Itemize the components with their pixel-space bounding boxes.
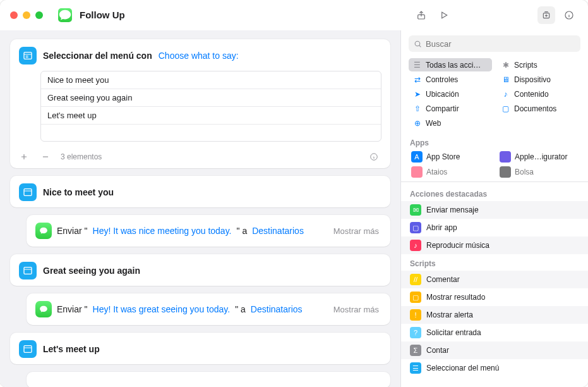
- action-item[interactable]: //Comentar: [401, 271, 588, 288]
- text-fragment: " a: [235, 304, 246, 314]
- menu-item[interactable]: Great seeing you again: [41, 89, 381, 107]
- menu-prompt-token[interactable]: Choose what to say:: [159, 51, 239, 61]
- category-share[interactable]: ⇧Compartir: [409, 102, 492, 115]
- item-count: 3 elementos: [61, 152, 102, 161]
- category-content[interactable]: ♪Contenido: [497, 87, 580, 101]
- case-card[interactable]: Let's meet up: [10, 333, 390, 364]
- text-fragment: Enviar ": [57, 304, 88, 314]
- titlebar: Follow Up: [0, 0, 588, 30]
- featured-list: ✉Enviar mensaje ▢Abrir app ♪Reproducir m…: [401, 201, 588, 254]
- menu-icon: [19, 47, 37, 64]
- share-button[interactable]: [412, 6, 430, 24]
- minimize-window[interactable]: [23, 11, 30, 19]
- library-button[interactable]: [537, 6, 555, 24]
- action-item[interactable]: ☰Seleccionar del menú: [401, 359, 588, 377]
- category-device[interactable]: 🖥Dispositivo: [497, 73, 580, 86]
- case-title: Great seeing you again: [43, 266, 140, 276]
- featured-header: Acciones destacadas: [401, 185, 588, 201]
- send-message-action-partial[interactable]: [27, 372, 390, 387]
- case-title: Let's meet up: [43, 344, 100, 354]
- remove-item-button[interactable]: [39, 150, 52, 163]
- svg-rect-5: [24, 189, 32, 196]
- app-item[interactable]: Ataios: [409, 165, 492, 179]
- category-scripts[interactable]: ✱Scripts: [497, 58, 580, 71]
- svg-rect-3: [24, 52, 32, 59]
- category-controls[interactable]: ⇄Controles: [409, 73, 492, 86]
- app-item[interactable]: Bolsa: [497, 165, 580, 179]
- action-item[interactable]: ♪Reproducir música: [401, 236, 588, 254]
- category-web[interactable]: ⊕Web: [409, 116, 492, 130]
- window-title: Follow Up: [80, 9, 125, 20]
- case-icon: [19, 262, 37, 280]
- app-item[interactable]: AApp Store: [409, 150, 492, 164]
- action-item[interactable]: !Mostrar alerta: [401, 306, 588, 324]
- menu-item-empty[interactable]: [41, 125, 381, 141]
- apps-header: Apps: [401, 133, 588, 150]
- case-title: Nice to meet you: [43, 187, 114, 197]
- menu-items-list[interactable]: Nice to meet you Great seeing you again …: [40, 71, 381, 142]
- action-item[interactable]: ▢Abrir app: [401, 219, 588, 236]
- action-item[interactable]: ▢Mostrar resultado: [401, 288, 588, 306]
- action-item[interactable]: ΣContar: [401, 341, 588, 359]
- workflow-editor: Seleccionar del menú con Choose what to …: [0, 30, 400, 387]
- show-more-button[interactable]: Mostrar más: [333, 226, 381, 236]
- recipients-token[interactable]: Destinatarios: [251, 304, 303, 314]
- category-location[interactable]: ➤Ubicación: [409, 87, 492, 101]
- category-grid: ☰Todas las acci… ✱Scripts ⇄Controles 🖥Di…: [401, 58, 588, 133]
- scripts-header: Scripts: [401, 254, 588, 271]
- zoom-window[interactable]: [35, 11, 43, 19]
- messages-app-icon: [58, 8, 72, 22]
- add-item-button[interactable]: [18, 150, 30, 163]
- category-all[interactable]: ☰Todas las acci…: [409, 58, 492, 71]
- menu-action-title: Seleccionar del menú con: [43, 51, 152, 61]
- messages-icon: [35, 301, 52, 317]
- action-info-button[interactable]: [368, 150, 380, 163]
- menu-item[interactable]: Nice to meet you: [41, 71, 381, 89]
- message-body-token[interactable]: Hey! It was great seeing you today.: [93, 304, 231, 314]
- info-button[interactable]: [560, 6, 578, 24]
- action-item[interactable]: ✉Enviar mensaje: [401, 201, 588, 219]
- case-icon: [19, 183, 37, 201]
- scripts-list: //Comentar ▢Mostrar resultado !Mostrar a…: [401, 271, 588, 377]
- window-controls: [10, 11, 43, 19]
- menu-item[interactable]: Let's meet up: [41, 107, 381, 125]
- text-fragment: Enviar ": [57, 226, 88, 236]
- search-icon: [414, 40, 422, 48]
- send-message-action[interactable]: Enviar " Hey! It was nice meeting you to…: [27, 215, 390, 247]
- search-field[interactable]: [409, 35, 580, 52]
- svg-rect-7: [24, 346, 32, 353]
- case-card[interactable]: Nice to meet you: [10, 176, 390, 207]
- show-more-button[interactable]: Mostrar más: [333, 305, 381, 314]
- category-documents[interactable]: ▢Documentos: [497, 102, 580, 115]
- recipients-token[interactable]: Destinatarios: [252, 226, 304, 236]
- text-fragment: " a: [237, 226, 248, 236]
- svg-rect-6: [24, 267, 32, 274]
- action-item[interactable]: ?Solicitar entrada: [401, 324, 588, 341]
- app-item[interactable]: Apple…igurator: [497, 150, 580, 164]
- menu-action-card[interactable]: Seleccionar del menú con Choose what to …: [10, 39, 390, 168]
- apps-list: AApp Store Apple…igurator Ataios Bolsa: [401, 150, 588, 179]
- actions-sidebar: ☰Todas las acci… ✱Scripts ⇄Controles 🖥Di…: [400, 30, 588, 387]
- message-body-token[interactable]: Hey! It was nice meeting you today.: [93, 226, 232, 236]
- case-card[interactable]: Great seeing you again: [10, 254, 390, 286]
- close-window[interactable]: [10, 11, 18, 19]
- messages-icon: [35, 223, 52, 239]
- send-message-action[interactable]: Enviar " Hey! It was great seeing you to…: [27, 293, 390, 325]
- case-icon: [19, 340, 37, 358]
- run-button[interactable]: [435, 6, 453, 24]
- svg-point-8: [415, 41, 420, 46]
- search-input[interactable]: [426, 39, 575, 49]
